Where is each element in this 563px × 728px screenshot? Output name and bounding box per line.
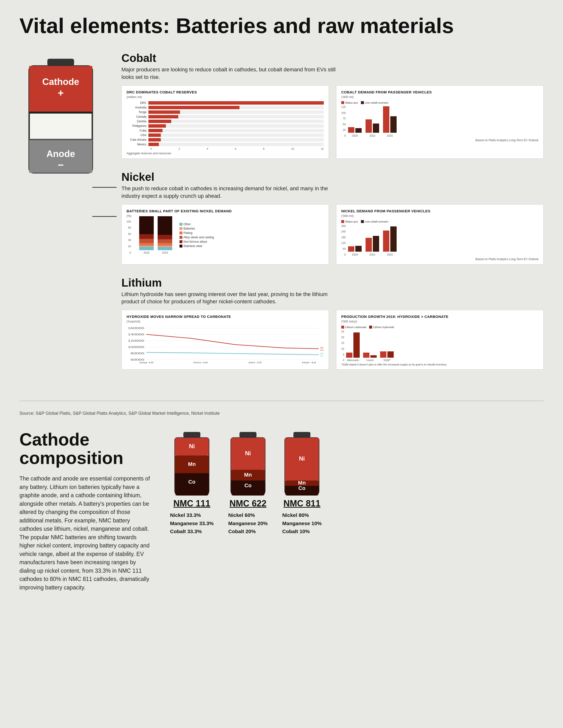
stack-segment (139, 234, 154, 239)
svg-rect-44 (239, 432, 256, 438)
status-quo-bar (348, 246, 354, 252)
cobalt-hbar-label: Canada (126, 115, 148, 118)
nickel-chart2-subtitle: ('000 mt) (341, 214, 538, 218)
cobalt-hbar-label: DRC (126, 101, 148, 105)
cobalt-desc: Major producers are looking to reduce co… (121, 66, 340, 81)
lithium-chart2-legend: Lithium carbonateLithium hydroxide (341, 326, 538, 329)
cobalt-section: Cobalt Major producers are looking to re… (121, 51, 544, 159)
svg-text:60000: 60000 (131, 358, 144, 361)
low-cobalt-bar (390, 226, 397, 252)
cobalt-hbar-label: Mexico (126, 143, 148, 146)
cobalt-hbar-track (148, 143, 324, 146)
nmc-battery-svg: Ni Mn Co (283, 430, 321, 498)
nmc-item: Ni Mn Co NMC 811 Nickel 80% Manganese 10… (282, 430, 322, 536)
nickel-chart2-note: Based on Platts Analytics Long-Term EV O… (341, 257, 538, 261)
vbar-year-label: 2022 (370, 134, 375, 137)
svg-text:Mn: Mn (188, 461, 196, 467)
cobalt-title: Cobalt (121, 51, 544, 65)
cobalt-chart2-note: Based on Platts Analytics Long-Term EV O… (341, 139, 538, 142)
svg-text:Ni: Ni (245, 450, 251, 456)
section-divider (19, 401, 544, 401)
cobalt-hbar-label: Australia (126, 106, 148, 109)
svg-rect-40 (175, 493, 208, 496)
lithium-prod-group: Livent (363, 353, 377, 362)
cobalt-hbar-fill (148, 120, 171, 123)
svg-text:+: + (58, 87, 64, 99)
svg-text:Nov-18: Nov-18 (193, 361, 208, 364)
cobalt-hbar-fill (148, 115, 178, 118)
nickel-chart1-legend: OtherBatteriesPlatingAlloy steels and ca… (179, 220, 214, 248)
svg-rect-60 (286, 493, 319, 496)
hydroxide-bar (371, 355, 377, 358)
nmc-specs: Nickel 33.3% Manganese 33.3% Cobalt 33.3… (170, 511, 214, 536)
low-cobalt-bar (373, 124, 379, 133)
cobalt-hbar-track (148, 115, 324, 118)
svg-rect-11 (29, 139, 92, 140)
lithium-chart2-title: PRODUCTION GROWTH 2019: HYDROXIDE > CARB… (341, 314, 538, 319)
svg-text:100000: 100000 (128, 346, 144, 348)
stack-segment (158, 247, 172, 250)
nmc-label: NMC 622 (229, 498, 266, 509)
svg-rect-0 (47, 59, 74, 66)
lithium-chart2: PRODUCTION GROWTH 2019: HYDROXIDE > CARB… (336, 310, 544, 370)
svg-text:Cathode: Cathode (42, 77, 79, 87)
nmc-battery-svg: Ni Mn Co (172, 430, 211, 498)
stack-segment (158, 235, 172, 239)
lithium-desc: Lithium hydroxide has seen growing inter… (121, 291, 340, 306)
nickel-chart2: NICKEL DEMAND FROM PASSENGER VEHICLES ('… (336, 204, 544, 265)
cobalt-hbar-label: Cote d'Ivoire (126, 138, 148, 141)
svg-text:Co: Co (298, 485, 305, 491)
cobalt-hbar-row: USA (126, 133, 324, 137)
legend-item: Status quo (341, 101, 358, 104)
data-column: Cobalt Major producers are looking to re… (121, 51, 544, 381)
prod-name-label: SQM* (384, 359, 391, 362)
low-cobalt-bar (373, 236, 379, 252)
hydroxide-bar (354, 332, 360, 358)
nickel-charts-row: BATTERIES SMALL PART OF EXISTING NICKEL … (121, 204, 544, 265)
vbar-group: 2025 (383, 106, 397, 137)
lithium-title: Lithium (121, 276, 544, 289)
cobalt-hbar-row: Zambia (126, 120, 324, 123)
lithium-prod-group: SQM* (380, 351, 394, 362)
svg-text:120000: 120000 (128, 339, 144, 342)
stacked-bar-group: 2016 (139, 216, 154, 254)
svg-rect-3 (29, 66, 92, 70)
lithium-chart2-subtitle: ('000 mt/yr) (341, 320, 538, 323)
cobalt-hbar-track (148, 101, 324, 105)
nickel-chart2-legend: Status quoLow cobalt scenario (341, 220, 538, 223)
cobalt-chart1-subtitle: (million mt) (126, 95, 324, 99)
nickel-stack-legend-item: Stainless steel (179, 244, 214, 248)
nickel-stack-legend-item: Alloy steels and casting (179, 236, 214, 239)
cobalt-hbar-track (148, 110, 324, 114)
source-line: Source: S&P Global Platts, S&P Global Pl… (19, 411, 544, 416)
cobalt-hbar-fill (148, 124, 166, 128)
svg-text:Mn: Mn (244, 472, 252, 478)
cobalt-hbar-fill (148, 138, 161, 141)
cobalt-chart1: DRC DOMINATES COBALT RESERVES (million m… (121, 85, 329, 159)
battery-diagram: Cathode + Anode − (19, 51, 102, 381)
status-quo-bar (348, 127, 354, 133)
hydroxide-bar (388, 351, 394, 358)
cobalt-hbar-track (148, 129, 324, 132)
nmc-item: Ni Mn Co NMC 111 Nickel 33.3% Manganese … (170, 430, 214, 536)
nickel-chart2-title: NICKEL DEMAND FROM PASSENGER VEHICLES (341, 209, 538, 213)
cobalt-hbar-fill (148, 129, 162, 132)
lithium-charts-row: HYDROXIDE MOVES NARROW SPREAD TO CARBONA… (121, 310, 544, 370)
carbonate-bar (346, 353, 353, 358)
vbar-group: 2020 (348, 127, 362, 137)
stack-segment (139, 239, 154, 243)
cobalt-horiz-bars: DRC Australia Tonga Canada Zambia Philip… (126, 101, 324, 150)
cobalt-chart2-title: COBALT DEMAND FROM PASSENGER VEHICLES (341, 90, 538, 94)
stacked-bar-year: 2018 (162, 251, 168, 254)
svg-text:Carbonate: Carbonate (321, 355, 324, 357)
nickel-chart1: BATTERIES SMALL PART OF EXISTING NICKEL … (121, 204, 329, 265)
nickel-stack-legend-item: Other (179, 223, 214, 226)
cobalt-hbar-label: Zambia (126, 120, 148, 123)
svg-rect-34 (183, 432, 200, 438)
cobalt-hbar-fill (148, 106, 239, 109)
nickel-stack-legend-item: Plating (179, 231, 214, 235)
vbar-group: 2022 (366, 119, 379, 137)
nickel-section: Nickel The push to reduce cobalt in cath… (121, 170, 544, 265)
nmc-specs: Nickel 60% Manganese 20% Cobalt 20% (228, 511, 267, 536)
cobalt-hbar-fill (148, 101, 324, 105)
